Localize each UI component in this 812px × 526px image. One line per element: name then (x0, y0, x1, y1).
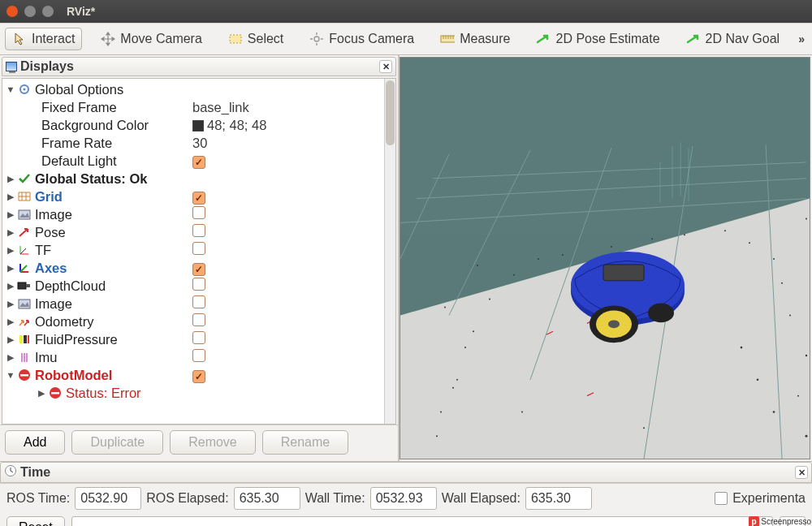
checkbox[interactable] (192, 192, 205, 205)
checkbox[interactable] (192, 278, 205, 291)
checkbox[interactable] (192, 331, 205, 344)
experimental-checkbox[interactable] (715, 492, 728, 505)
tree-label: Grid (35, 188, 63, 205)
panel-close-button[interactable]: ✕ (379, 60, 392, 73)
tool-focus-camera[interactable]: Focus Camera (302, 28, 421, 50)
prop-bg-color[interactable]: Background Color 48; 48; 48 (4, 116, 384, 134)
expand-toggle[interactable]: ▶ (6, 241, 15, 259)
tool-label: Measure (460, 32, 510, 46)
status-bar-input[interactable] (71, 516, 773, 526)
tool-move-camera[interactable]: Move Camera (93, 28, 209, 50)
window-maximize-button[interactable] (42, 6, 54, 17)
tree-item-grid[interactable]: ▶ Grid (4, 188, 384, 205)
expand-toggle[interactable]: ▶ (6, 295, 15, 313)
add-button[interactable]: Add (5, 430, 65, 455)
tool-2d-nav-goal[interactable]: 2D Nav Goal (679, 28, 788, 50)
checkbox[interactable] (192, 263, 205, 276)
tree-item-axes[interactable]: ▶ Axes (4, 259, 384, 277)
tree-item-image[interactable]: ▶ Image (4, 205, 384, 223)
checkbox[interactable] (192, 313, 205, 326)
tool-label: 2D Pose Estimate (555, 32, 659, 46)
panel-close-button[interactable]: ✕ (795, 466, 808, 479)
prop-fixed-frame[interactable]: Fixed Frame base_link (4, 98, 384, 116)
checkbox[interactable] (192, 242, 205, 255)
tree-item-tf[interactable]: ▶ TF (4, 241, 384, 259)
ros-elapsed-label: ROS Elapsed: (146, 491, 228, 506)
ros-time-label: ROS Time: (6, 491, 70, 506)
svg-rect-6 (18, 282, 26, 289)
displays-tree[interactable]: ▼ Global Options Fixed Frame base_link B… (2, 79, 384, 424)
tree-item-depthcloud[interactable]: ▶ DepthCloud (4, 277, 384, 295)
displays-header[interactable]: Displays ✕ (2, 57, 396, 76)
ros-time-field[interactable]: 0532.90 (75, 487, 141, 510)
tree-label: Imu (35, 348, 58, 366)
tree-item-pose[interactable]: ▶ Pose (4, 223, 384, 241)
svg-rect-9 (19, 335, 23, 343)
svg-point-47 (773, 411, 775, 413)
tree-item-global-options[interactable]: ▼ Global Options (4, 80, 384, 98)
3d-viewport[interactable] (400, 57, 810, 459)
tree-item-image-2[interactable]: ▶ Image (4, 295, 384, 313)
wall-elapsed-field[interactable]: 635.30 (525, 487, 592, 510)
tool-select[interactable]: Select (221, 28, 291, 50)
expand-toggle[interactable]: ▶ (37, 384, 46, 402)
expand-toggle[interactable]: ▶ (6, 188, 15, 205)
expand-toggle[interactable]: ▶ (6, 170, 15, 188)
checkbox[interactable] (192, 224, 205, 237)
toolbar-overflow[interactable]: » (798, 32, 808, 45)
status-bar-short[interactable] (780, 516, 806, 526)
tree-scrollbar[interactable] (384, 79, 395, 424)
expand-toggle[interactable]: ▶ (6, 205, 15, 223)
window-minimize-button[interactable] (24, 6, 36, 17)
tree-item-fluidpressure[interactable]: ▶ FluidPressure (4, 330, 384, 348)
tree-item-robotmodel[interactable]: ▼ RobotModel (4, 366, 384, 384)
wall-time-field[interactable]: 0532.93 (370, 487, 437, 510)
tree-item-robotmodel-status[interactable]: ▶ Status: Error (4, 384, 384, 402)
expand-toggle[interactable]: ▶ (6, 223, 15, 241)
tree-label: Pose (35, 223, 66, 241)
prop-value[interactable]: 30 (192, 134, 207, 152)
checkbox[interactable] (192, 206, 205, 219)
tree-item-odometry[interactable]: ▶ Odometry (4, 313, 384, 330)
prop-value[interactable]: 48; 48; 48 (192, 116, 266, 134)
tool-2d-pose-estimate[interactable]: 2D Pose Estimate (529, 28, 667, 50)
rename-button[interactable]: Rename (262, 430, 348, 455)
svg-point-37 (789, 314, 791, 316)
tool-label: Interact (32, 32, 75, 46)
displays-button-row: Add Duplicate Remove Rename (0, 425, 398, 461)
checkbox[interactable] (192, 295, 205, 308)
duplicate-button[interactable]: Duplicate (71, 430, 163, 455)
gear-icon (17, 83, 32, 96)
svg-rect-16 (400, 58, 810, 235)
prop-frame-rate[interactable]: Frame Rate 30 (4, 134, 384, 152)
checkbox[interactable] (192, 349, 205, 362)
expand-toggle[interactable]: ▶ (6, 330, 15, 348)
remove-button[interactable]: Remove (170, 430, 256, 455)
svg-point-52 (806, 435, 808, 438)
svg-point-4 (24, 88, 26, 91)
expand-toggle[interactable]: ▶ (6, 259, 15, 277)
prop-value[interactable]: base_link (192, 98, 249, 116)
tool-interact[interactable]: Interact (5, 28, 82, 50)
tree-item-imu[interactable]: ▶ Imu (4, 348, 384, 366)
expand-toggle[interactable]: ▶ (6, 348, 15, 366)
expand-toggle[interactable]: ▶ (6, 313, 15, 330)
svg-rect-15 (51, 392, 59, 394)
expand-toggle[interactable]: ▶ (6, 277, 15, 295)
ros-elapsed-field[interactable]: 635.30 (234, 487, 300, 510)
checkbox[interactable] (192, 370, 205, 383)
panel-title: Time (20, 465, 50, 480)
expand-toggle[interactable]: ▼ (6, 80, 15, 98)
window-close-button[interactable] (6, 6, 18, 17)
prop-default-light[interactable]: Default Light (4, 152, 384, 170)
tree-item-global-status[interactable]: ▶ Global Status: Ok (4, 170, 384, 188)
reset-button[interactable]: Reset (6, 516, 65, 526)
svg-point-50 (444, 307, 446, 308)
svg-point-51 (477, 265, 478, 266)
checkbox[interactable] (192, 156, 205, 169)
svg-point-28 (456, 379, 458, 381)
tool-measure[interactable]: Measure (433, 28, 517, 50)
svg-point-29 (440, 411, 442, 412)
window-title: RViz* (67, 5, 95, 18)
expand-toggle[interactable]: ▼ (6, 366, 15, 384)
